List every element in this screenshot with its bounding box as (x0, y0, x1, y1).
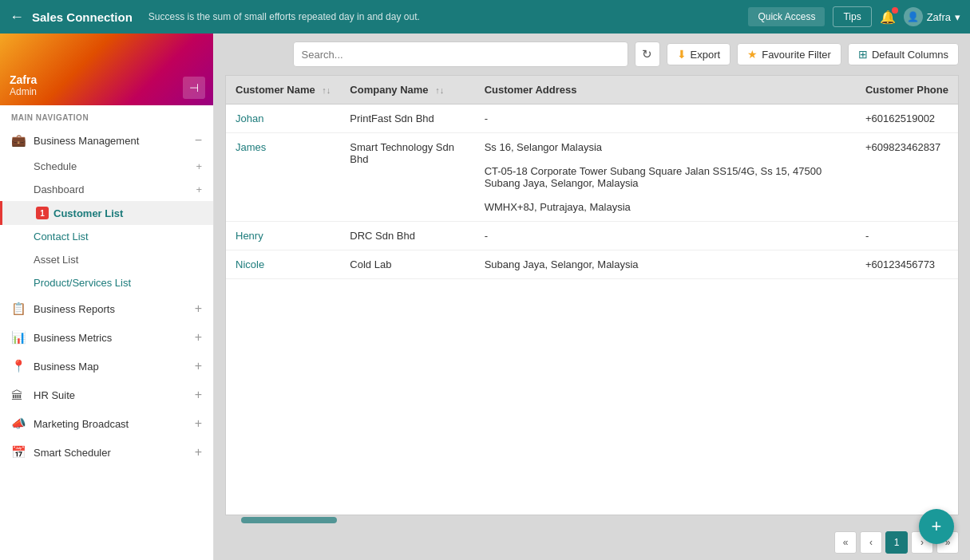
collapse-icon: − (195, 133, 202, 148)
search-input[interactable] (293, 41, 628, 67)
tips-button[interactable]: Tips (833, 6, 871, 27)
sidebar-item-business-metrics[interactable]: 📊 Business Metrics + (0, 323, 213, 352)
metrics-toggle-icon: + (195, 330, 202, 345)
col-company-name[interactable]: Company Name ↑↓ (340, 76, 474, 105)
user-name-label: Zafra (927, 11, 951, 23)
company-name-cell: Smart Technology Sdn Bhd (340, 133, 474, 222)
col-customer-name[interactable]: Customer Name ↑↓ (226, 76, 340, 105)
business-management-label: Business Management (34, 135, 188, 147)
main-layout: Zafra Admin ⊣ MAIN NAVIGATION 💼 Business… (0, 34, 970, 560)
col-customer-address[interactable]: Customer Address (475, 76, 856, 105)
col-customer-address-label: Customer Address (485, 84, 577, 96)
prev-page-button[interactable]: ‹ (860, 531, 882, 554)
sidebar-item-business-management[interactable]: 💼 Business Management − (0, 126, 213, 155)
quick-access-button[interactable]: Quick Access (748, 7, 825, 26)
sidebar-item-contact-list[interactable]: Contact List (0, 225, 213, 248)
table-row[interactable]: JamesSmart Technology Sdn BhdSs 16, Sela… (226, 133, 958, 222)
sidebar-header: Zafra Admin ⊣ (0, 34, 213, 105)
schedule-plus-icon: + (196, 160, 202, 172)
notification-dot (892, 7, 898, 14)
sidebar-item-customer-list[interactable]: 1 Customer List (0, 201, 213, 225)
briefcase-icon: 💼 (11, 133, 27, 148)
sidebar-role: Admin (10, 86, 37, 97)
map-icon: 📍 (11, 359, 27, 373)
table-row[interactable]: HenryDRC Sdn Bhd-- (226, 222, 958, 250)
phone-cell: +60162519002 (856, 105, 958, 133)
default-columns-button[interactable]: ⊞ Default Columns (848, 43, 959, 65)
col-customer-name-label: Customer Name (236, 84, 315, 96)
address-cell: Subang Jaya, Selangor, Malaysia (475, 250, 856, 279)
business-map-label: Business Map (34, 361, 188, 373)
export-icon: ⬇ (677, 48, 687, 61)
smart-scheduler-label: Smart Scheduler (34, 447, 188, 459)
address-cell: - (475, 222, 856, 250)
content-toolbar: ↻ ⬇ Export ★ Favourite Filter ⊞ Default … (214, 34, 970, 75)
metrics-icon: 📊 (11, 330, 27, 345)
export-button[interactable]: ⬇ Export (667, 43, 731, 65)
app-motto: Success is the sum of small efforts repe… (148, 11, 741, 22)
address-cell: Ss 16, Selangor Malaysia CT-05-18 Corpor… (475, 133, 856, 222)
asset-list-label: Asset List (34, 254, 78, 266)
business-reports-label: Business Reports (34, 303, 188, 315)
sidebar-item-asset-list[interactable]: Asset List (0, 248, 213, 271)
table-row[interactable]: NicoleCold LabSubang Jaya, Selangor, Mal… (226, 250, 958, 279)
user-menu[interactable]: 👤 Zafra ▾ (904, 7, 960, 26)
active-badge: 1 (36, 207, 49, 219)
table-scroll[interactable]: Customer Name ↑↓ Company Name ↑↓ Custome… (226, 76, 958, 515)
company-name-cell: DRC Sdn Bhd (340, 222, 474, 250)
first-page-button[interactable]: « (834, 531, 857, 554)
app-title: Sales Connection (32, 10, 133, 24)
table-row[interactable]: JohanPrintFast Sdn Bhd-+60162519002 (226, 105, 958, 133)
col-customer-phone-label: Customer Phone (865, 84, 948, 96)
user-avatar: 👤 (904, 7, 923, 26)
notifications-button[interactable]: 🔔 (880, 10, 896, 25)
col-customer-phone[interactable]: Customer Phone (856, 76, 958, 105)
dashboard-plus-icon: + (196, 183, 202, 195)
company-name-cell: PrintFast Sdn Bhd (340, 105, 474, 133)
top-nav: ← Sales Connection Success is the sum of… (0, 0, 970, 34)
contact-list-label[interactable]: Contact List (34, 231, 89, 243)
page-1-button[interactable]: 1 (885, 531, 908, 554)
marketing-toggle-icon: + (195, 416, 202, 431)
marketing-icon: 📣 (11, 416, 27, 431)
sidebar-item-schedule[interactable]: Schedule + (0, 155, 213, 178)
horizontal-scrollbar[interactable] (225, 515, 959, 525)
sidebar-item-smart-scheduler[interactable]: 📅 Smart Scheduler + (0, 438, 213, 467)
export-label: Export (691, 49, 721, 61)
scheduler-toggle-icon: + (195, 445, 202, 459)
sidebar-item-business-reports[interactable]: 📋 Business Reports + (0, 294, 213, 323)
address-cell: - (475, 105, 856, 133)
customer-table: Customer Name ↑↓ Company Name ↑↓ Custome… (226, 76, 958, 279)
col-company-name-label: Company Name (350, 84, 428, 96)
sidebar-item-marketing-broadcast[interactable]: 📣 Marketing Broadcast + (0, 409, 213, 438)
table-body: JohanPrintFast Sdn Bhd-+60162519002James… (226, 105, 958, 279)
sidebar-item-dashboard[interactable]: Dashboard + (0, 178, 213, 201)
favourite-filter-label: Favourite Filter (762, 49, 831, 61)
pagination-bar: « ‹ 1 › » (214, 525, 970, 560)
sidebar-user-info: Zafra Admin (10, 73, 37, 97)
refresh-button[interactable]: ↻ (635, 41, 660, 67)
sidebar: Zafra Admin ⊣ MAIN NAVIGATION 💼 Business… (0, 34, 214, 560)
star-icon: ★ (747, 48, 758, 61)
company-name-cell: Cold Lab (340, 250, 474, 279)
add-fab-button[interactable]: + (919, 509, 954, 544)
favourite-filter-button[interactable]: ★ Favourite Filter (737, 43, 841, 65)
logout-button[interactable]: ⊣ (183, 77, 205, 99)
sidebar-item-business-map[interactable]: 📍 Business Map + (0, 352, 213, 381)
nav-section-label: MAIN NAVIGATION (0, 105, 213, 126)
content-area: ↻ ⬇ Export ★ Favourite Filter ⊞ Default … (214, 34, 970, 560)
map-toggle-icon: + (195, 359, 202, 373)
columns-icon: ⊞ (858, 48, 868, 61)
customer-name-cell: Nicole (226, 250, 340, 279)
back-button[interactable]: ← (10, 9, 24, 26)
customer-name-cell: James (226, 133, 340, 222)
phone-cell: - (856, 222, 958, 250)
customer-name-cell: Johan (226, 105, 340, 133)
hr-icon: 🏛 (11, 388, 27, 402)
product-services-label: Product/Services List (34, 277, 131, 289)
dashboard-label: Dashboard (34, 183, 85, 195)
sidebar-item-hr-suite[interactable]: 🏛 HR Suite + (0, 381, 213, 409)
sidebar-item-product-services-list[interactable]: Product/Services List (0, 271, 213, 294)
customer-name-cell: Henry (226, 222, 340, 250)
schedule-label: Schedule (34, 160, 77, 172)
